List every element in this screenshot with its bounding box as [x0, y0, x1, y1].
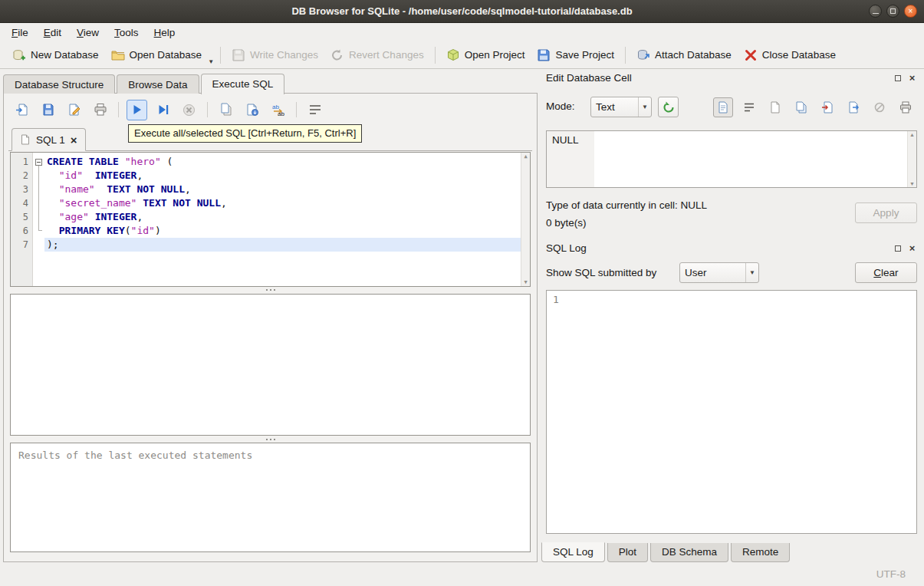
copy-cell-button[interactable] — [791, 97, 811, 117]
dock-close-button[interactable]: × — [907, 73, 917, 83]
results-grid-pane[interactable] — [10, 294, 531, 436]
app-window: DB Browser for SQLite - /home/user/code/… — [0, 0, 924, 586]
code-token: "id" — [131, 225, 155, 236]
import-cell-data-button[interactable] — [817, 97, 837, 117]
code-line-2[interactable]: "id" INTEGER, — [44, 169, 530, 183]
dock-tab-db-schema[interactable]: DB Schema — [650, 543, 728, 562]
splitter-handle[interactable] — [10, 437, 531, 442]
splitter-dots-icon — [270, 439, 271, 440]
dock-tab-plot[interactable]: Plot — [607, 543, 648, 562]
close-icon: × — [909, 73, 916, 83]
sql-tab-close-icon[interactable]: × — [71, 134, 77, 146]
word-wrap-cell-button[interactable] — [739, 97, 759, 117]
sql-log-area[interactable]: 1 — [546, 290, 917, 534]
close-button[interactable]: × — [904, 5, 917, 18]
find-replace-button[interactable]: abab — [268, 100, 288, 120]
export-cell-data-button[interactable] — [843, 97, 863, 117]
code-line-3[interactable]: "name" TEXT NOT NULL, — [44, 183, 530, 196]
main-tab-bar: Database Structure Browse Data Execute S… — [3, 73, 286, 94]
set-null-button[interactable] — [870, 97, 889, 117]
code-line-6[interactable]: PRIMARY KEY("id") — [44, 224, 530, 238]
cell-value: NULL — [552, 134, 579, 146]
apply-button[interactable]: Apply — [855, 202, 917, 223]
execute-all-button[interactable] — [127, 100, 147, 120]
open-database-dropdown-icon[interactable]: ▼ — [208, 58, 215, 68]
mode-combo[interactable]: Text ▼ — [590, 97, 652, 117]
cell-editor-scrollbar[interactable]: ▲ ▼ — [907, 131, 916, 187]
dock-tab-remote[interactable]: Remote — [731, 543, 790, 562]
code-token — [47, 211, 59, 222]
scroll-down-icon: ▼ — [524, 279, 527, 285]
window-title: DB Browser for SQLite - /home/user/code/… — [0, 0, 924, 22]
tab-browse-data[interactable]: Browse Data — [117, 74, 199, 94]
print-cell-button[interactable] — [896, 97, 916, 117]
menu-edit[interactable]: Edit — [36, 25, 69, 41]
code-token: ) — [155, 225, 161, 236]
code-token: "id" — [59, 170, 83, 181]
minimize-button[interactable] — [869, 5, 882, 18]
new-database-icon — [12, 48, 26, 62]
code-line-4[interactable]: "secret_name" TEXT NOT NULL, — [44, 196, 530, 210]
open-database-button[interactable]: Open Database — [105, 44, 209, 66]
code-line-1[interactable]: CREATE TABLE "hero" ( — [44, 155, 530, 169]
open-project-button[interactable]: Open Project — [440, 44, 531, 66]
sql-editor-tab[interactable]: SQL 1 × — [12, 128, 86, 151]
attach-database-button[interactable]: Attach Database — [630, 44, 738, 66]
save-project-label: Save Project — [555, 49, 614, 61]
menu-file[interactable]: File — [4, 25, 36, 41]
text-view-button[interactable] — [713, 97, 733, 117]
svg-text:ab: ab — [278, 110, 284, 117]
close-database-button[interactable]: Close Database — [738, 44, 842, 66]
open-in-editor-button[interactable] — [765, 97, 785, 117]
close-icon: × — [909, 243, 916, 253]
results-message-pane[interactable]: Results of the last executed statements — [10, 443, 531, 552]
export-results-button[interactable] — [242, 100, 262, 120]
editor-fold-column[interactable] — [33, 153, 44, 286]
stop-execution-button[interactable] — [179, 100, 199, 120]
execute-current-line-button[interactable] — [153, 100, 173, 120]
menu-help[interactable]: Help — [146, 25, 183, 41]
save-project-button[interactable]: Save Project — [531, 44, 620, 66]
code-line-5[interactable]: "age" INTEGER, — [44, 210, 530, 224]
code-line-7[interactable]: ); — [44, 238, 530, 252]
word-wrap-button[interactable] — [304, 100, 325, 120]
clear-log-button[interactable]: Clear — [855, 262, 917, 283]
new-database-button[interactable]: New Database — [6, 44, 105, 66]
open-sql-file-icon — [15, 103, 29, 117]
dock-close-button[interactable]: × — [907, 243, 917, 253]
code-token: INTEGER — [95, 211, 137, 222]
save-sql-file-as-button[interactable] — [64, 100, 84, 120]
open-sql-file-button[interactable] — [12, 100, 32, 120]
fold-collapse-icon[interactable] — [35, 159, 42, 166]
dock-float-button[interactable] — [893, 73, 903, 83]
write-changes-button[interactable]: Write Changes — [225, 44, 324, 66]
tab-execute-sql[interactable]: Execute SQL — [201, 74, 285, 94]
dock-tab-sql-log[interactable]: SQL Log — [541, 542, 605, 562]
splitter-handle[interactable] — [10, 288, 531, 292]
cell-value-editor[interactable]: NULL ▲ ▼ — [546, 130, 917, 188]
new-database-label: New Database — [31, 49, 99, 61]
menu-view[interactable]: View — [69, 25, 107, 41]
close-database-label: Close Database — [762, 49, 836, 61]
sql-editor[interactable]: 1234567 CREATE TABLE "hero" ( "id" INTEG… — [10, 152, 531, 287]
save-sql-file-button[interactable] — [38, 100, 58, 120]
status-encoding: UTF-8 — [876, 568, 906, 580]
revert-changes-button[interactable]: Revert Changes — [324, 44, 430, 66]
open-project-icon — [446, 48, 460, 62]
open-database-label: Open Database — [130, 49, 202, 61]
auto-switch-mode-button[interactable] — [658, 97, 679, 117]
import-cell-data-icon — [821, 101, 834, 114]
main-toolbar: New Database Open Database ▼ Write Chang… — [0, 41, 924, 69]
menu-tools[interactable]: Tools — [107, 25, 146, 41]
tab-database-structure[interactable]: Database Structure — [3, 74, 115, 94]
scroll-up-icon: ▲ — [524, 153, 527, 160]
line-number: 1 — [11, 155, 28, 169]
dock-float-button[interactable] — [893, 243, 903, 253]
editor-scrollbar[interactable]: ▲ ▼ — [521, 153, 530, 286]
log-filter-combo[interactable]: User ▼ — [679, 262, 759, 283]
maximize-button[interactable] — [886, 5, 899, 18]
menu-bar: File Edit View Tools Help — [0, 23, 924, 41]
new-sql-tab-button[interactable] — [215, 100, 236, 120]
editor-code[interactable]: CREATE TABLE "hero" ( "id" INTEGER, "nam… — [44, 153, 530, 286]
print-sql-button[interactable] — [90, 100, 110, 120]
